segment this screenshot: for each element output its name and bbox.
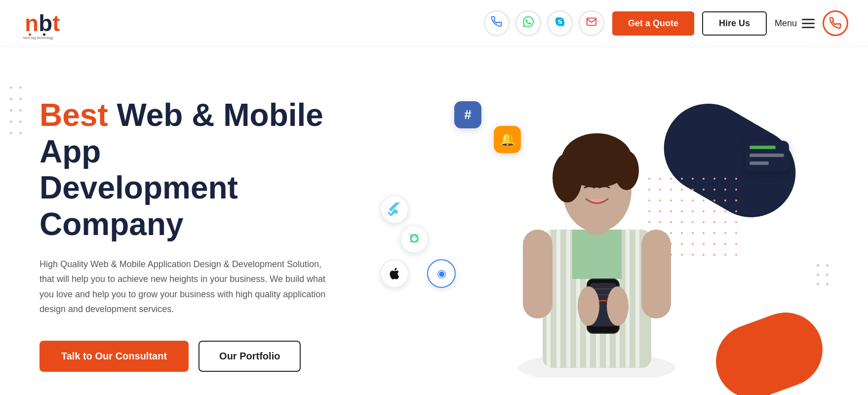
float-icon-android <box>400 225 429 253</box>
hero-title: Best Web & Mobile App Development Compan… <box>39 97 355 242</box>
svg-rect-17 <box>635 230 639 368</box>
talk-to-consultant-button[interactable]: Talk to Our Consultant <box>39 341 189 372</box>
contact-icons <box>484 10 604 36</box>
decorative-dots-left <box>10 86 22 134</box>
svg-point-36 <box>415 237 417 238</box>
whatsapp-button[interactable] <box>515 10 541 36</box>
logo[interactable]: n b t Next big technology <box>20 6 79 40</box>
float-icon-flutter <box>380 195 409 224</box>
hero-title-accent: Best <box>39 97 108 133</box>
svg-point-3 <box>29 33 31 36</box>
email-icon <box>586 16 597 30</box>
float-icon-ionic: ◉ <box>427 259 456 288</box>
email-button[interactable] <box>579 10 604 36</box>
hero-description: High Quality Web & Mobile Application De… <box>39 257 336 317</box>
svg-rect-20 <box>572 230 622 279</box>
hero-image-woman <box>493 91 701 378</box>
svg-text:Next big technology: Next big technology <box>23 36 54 40</box>
svg-text:t: t <box>52 11 60 36</box>
svg-point-35 <box>412 237 414 238</box>
skype-button[interactable] <box>547 10 573 36</box>
whatsapp-icon <box>523 16 534 30</box>
get-quote-button[interactable]: Get a Quote <box>612 11 694 36</box>
float-icon-apple <box>380 259 409 288</box>
header: n b t Next big technology <box>0 0 868 47</box>
skype-icon <box>554 16 565 30</box>
phone-button[interactable] <box>484 10 510 36</box>
svg-rect-18 <box>523 230 552 318</box>
hero-image-area: // Will be rendered inline below <box>355 67 838 395</box>
float-finance-card <box>745 141 789 171</box>
float-icon-hashtag: # <box>454 101 481 128</box>
hero-section: Best Web & Mobile App Development Compan… <box>0 47 868 395</box>
svg-point-33 <box>578 286 599 326</box>
hero-text-block: Best Web & Mobile App Development Compan… <box>39 97 355 372</box>
svg-rect-10 <box>566 230 570 368</box>
decorative-dots-right <box>817 264 829 285</box>
svg-point-34 <box>607 286 629 326</box>
hire-us-button[interactable]: Hire Us <box>702 11 767 36</box>
logo-svg: n b t Next big technology <box>20 6 79 40</box>
float-icon-bell: 🔔 <box>494 126 521 153</box>
hamburger-icon <box>802 19 815 28</box>
svg-text:n: n <box>25 11 39 36</box>
decorative-shape-orange <box>706 302 833 395</box>
menu-label: Menu <box>775 18 797 29</box>
hero-buttons: Talk to Our Consultant Our Portfolio <box>39 341 355 372</box>
header-right: Get a Quote Hire Us Menu <box>484 10 848 36</box>
call-bubble-icon <box>829 17 841 29</box>
portfolio-button[interactable]: Our Portfolio <box>198 341 301 372</box>
hero-title-main2: Development Company <box>39 170 238 242</box>
svg-rect-9 <box>556 230 560 368</box>
svg-rect-19 <box>641 230 671 318</box>
svg-text:b: b <box>39 11 52 36</box>
call-bubble-button[interactable] <box>823 10 848 36</box>
menu-toggle[interactable]: Menu <box>775 18 815 29</box>
phone-icon <box>491 16 502 30</box>
svg-point-4 <box>43 33 45 36</box>
